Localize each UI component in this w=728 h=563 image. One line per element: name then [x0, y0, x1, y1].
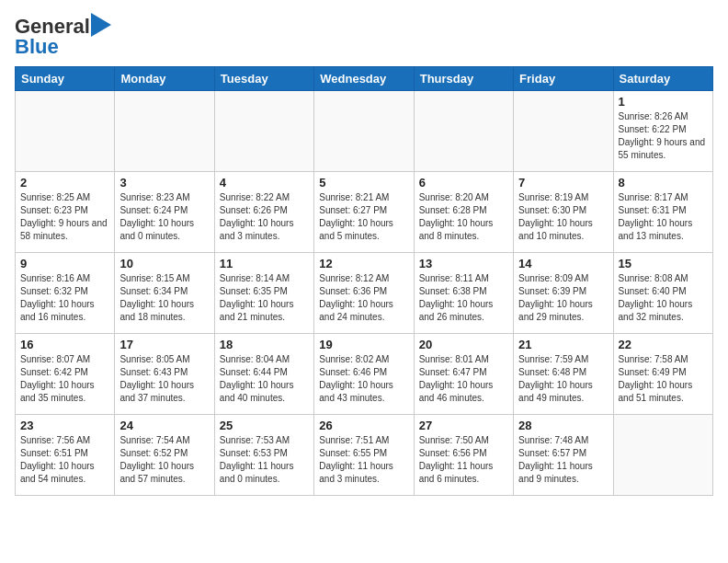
- calendar-cell: 7Sunrise: 8:19 AM Sunset: 6:30 PM Daylig…: [514, 172, 613, 253]
- day-header-saturday: Saturday: [613, 67, 712, 91]
- calendar-cell: 27Sunrise: 7:50 AM Sunset: 6:56 PM Dayli…: [414, 415, 513, 496]
- day-info: Sunrise: 8:04 AM Sunset: 6:44 PM Dayligh…: [220, 353, 309, 405]
- day-number: 11: [220, 257, 309, 270]
- calendar-cell: 14Sunrise: 8:09 AM Sunset: 6:39 PM Dayli…: [514, 253, 613, 334]
- day-header-thursday: Thursday: [414, 67, 513, 91]
- day-info: Sunrise: 8:07 AM Sunset: 6:42 PM Dayligh…: [20, 353, 109, 405]
- day-info: Sunrise: 7:54 AM Sunset: 6:52 PM Dayligh…: [119, 434, 209, 486]
- calendar-cell: 6Sunrise: 8:20 AM Sunset: 6:28 PM Daylig…: [414, 172, 513, 253]
- calendar-cell: [115, 91, 214, 172]
- day-header-monday: Monday: [115, 67, 214, 91]
- day-info: Sunrise: 7:50 AM Sunset: 6:56 PM Dayligh…: [419, 434, 508, 486]
- day-info: Sunrise: 8:23 AM Sunset: 6:24 PM Dayligh…: [119, 191, 209, 243]
- calendar-cell: 21Sunrise: 7:59 AM Sunset: 6:48 PM Dayli…: [514, 334, 613, 415]
- week-row-3: 9Sunrise: 8:16 AM Sunset: 6:32 PM Daylig…: [16, 253, 713, 334]
- day-info: Sunrise: 7:59 AM Sunset: 6:48 PM Dayligh…: [518, 353, 608, 405]
- calendar-cell: 23Sunrise: 7:56 AM Sunset: 6:51 PM Dayli…: [16, 415, 115, 496]
- day-number: 27: [419, 419, 508, 432]
- calendar: SundayMondayTuesdayWednesdayThursdayFrid…: [15, 66, 713, 496]
- day-info: Sunrise: 8:09 AM Sunset: 6:39 PM Dayligh…: [518, 272, 608, 324]
- day-number: 20: [419, 338, 508, 351]
- calendar-cell: 18Sunrise: 8:04 AM Sunset: 6:44 PM Dayli…: [214, 334, 313, 415]
- calendar-cell: 25Sunrise: 7:53 AM Sunset: 6:53 PM Dayli…: [214, 415, 313, 496]
- calendar-cell: 4Sunrise: 8:22 AM Sunset: 6:26 PM Daylig…: [214, 172, 313, 253]
- day-number: 16: [20, 338, 109, 351]
- calendar-cell: 1Sunrise: 8:26 AM Sunset: 6:22 PM Daylig…: [613, 91, 712, 172]
- calendar-cell: 3Sunrise: 8:23 AM Sunset: 6:24 PM Daylig…: [115, 172, 214, 253]
- day-info: Sunrise: 8:19 AM Sunset: 6:30 PM Dayligh…: [518, 191, 608, 243]
- day-info: Sunrise: 8:20 AM Sunset: 6:28 PM Dayligh…: [419, 191, 508, 243]
- calendar-cell: [314, 91, 414, 172]
- logo: General Blue: [15, 15, 111, 59]
- calendar-cell: [214, 91, 313, 172]
- day-header-wednesday: Wednesday: [314, 67, 414, 91]
- day-info: Sunrise: 7:51 AM Sunset: 6:55 PM Dayligh…: [319, 434, 408, 486]
- calendar-cell: 28Sunrise: 7:48 AM Sunset: 6:57 PM Dayli…: [514, 415, 613, 496]
- calendar-cell: 13Sunrise: 8:11 AM Sunset: 6:38 PM Dayli…: [414, 253, 513, 334]
- page-header: General Blue: [15, 15, 713, 59]
- day-number: 6: [419, 176, 508, 190]
- week-row-1: 1Sunrise: 8:26 AM Sunset: 6:22 PM Daylig…: [16, 91, 713, 172]
- calendar-cell: 5Sunrise: 8:21 AM Sunset: 6:27 PM Daylig…: [314, 172, 414, 253]
- day-info: Sunrise: 8:25 AM Sunset: 6:23 PM Dayligh…: [20, 191, 109, 243]
- day-info: Sunrise: 8:21 AM Sunset: 6:27 PM Dayligh…: [319, 191, 408, 243]
- day-number: 13: [419, 257, 508, 270]
- calendar-cell: 11Sunrise: 8:14 AM Sunset: 6:35 PM Dayli…: [214, 253, 313, 334]
- day-number: 12: [319, 257, 408, 270]
- day-info: Sunrise: 8:22 AM Sunset: 6:26 PM Dayligh…: [220, 191, 309, 243]
- day-info: Sunrise: 8:08 AM Sunset: 6:40 PM Dayligh…: [619, 272, 708, 324]
- day-number: 1: [619, 95, 708, 109]
- day-number: 9: [20, 257, 109, 270]
- day-number: 22: [619, 338, 708, 351]
- day-number: 17: [119, 338, 209, 351]
- day-number: 5: [319, 176, 408, 190]
- calendar-cell: 12Sunrise: 8:12 AM Sunset: 6:36 PM Dayli…: [314, 253, 414, 334]
- day-number: 28: [518, 419, 608, 432]
- day-number: 25: [220, 419, 309, 432]
- day-info: Sunrise: 7:58 AM Sunset: 6:49 PM Dayligh…: [619, 353, 708, 405]
- calendar-cell: 10Sunrise: 8:15 AM Sunset: 6:34 PM Dayli…: [115, 253, 214, 334]
- logo-icon: [91, 13, 111, 37]
- calendar-cell: 19Sunrise: 8:02 AM Sunset: 6:46 PM Dayli…: [314, 334, 414, 415]
- calendar-cell: 8Sunrise: 8:17 AM Sunset: 6:31 PM Daylig…: [613, 172, 712, 253]
- calendar-cell: [414, 91, 513, 172]
- day-number: 26: [319, 419, 408, 432]
- calendar-cell: 24Sunrise: 7:54 AM Sunset: 6:52 PM Dayli…: [115, 415, 214, 496]
- day-info: Sunrise: 8:14 AM Sunset: 6:35 PM Dayligh…: [220, 272, 309, 324]
- day-info: Sunrise: 8:11 AM Sunset: 6:38 PM Dayligh…: [419, 272, 508, 324]
- day-header-sunday: Sunday: [16, 67, 115, 91]
- day-number: 8: [619, 176, 708, 190]
- day-info: Sunrise: 8:16 AM Sunset: 6:32 PM Dayligh…: [20, 272, 109, 324]
- calendar-cell: 17Sunrise: 8:05 AM Sunset: 6:43 PM Dayli…: [115, 334, 214, 415]
- day-info: Sunrise: 8:01 AM Sunset: 6:47 PM Dayligh…: [419, 353, 508, 405]
- calendar-cell: 22Sunrise: 7:58 AM Sunset: 6:49 PM Dayli…: [613, 334, 712, 415]
- day-info: Sunrise: 7:56 AM Sunset: 6:51 PM Dayligh…: [20, 434, 109, 486]
- day-number: 23: [20, 419, 109, 432]
- calendar-cell: [514, 91, 613, 172]
- day-info: Sunrise: 7:53 AM Sunset: 6:53 PM Dayligh…: [220, 434, 309, 486]
- day-header-friday: Friday: [514, 67, 613, 91]
- calendar-cell: 16Sunrise: 8:07 AM Sunset: 6:42 PM Dayli…: [16, 334, 115, 415]
- svg-marker-0: [91, 13, 111, 37]
- day-info: Sunrise: 8:15 AM Sunset: 6:34 PM Dayligh…: [119, 272, 209, 324]
- calendar-cell: 26Sunrise: 7:51 AM Sunset: 6:55 PM Dayli…: [314, 415, 414, 496]
- day-info: Sunrise: 8:02 AM Sunset: 6:46 PM Dayligh…: [319, 353, 408, 405]
- calendar-cell: 20Sunrise: 8:01 AM Sunset: 6:47 PM Dayli…: [414, 334, 513, 415]
- day-number: 7: [518, 176, 608, 190]
- day-number: 21: [518, 338, 608, 351]
- calendar-cell: 15Sunrise: 8:08 AM Sunset: 6:40 PM Dayli…: [613, 253, 712, 334]
- day-info: Sunrise: 8:12 AM Sunset: 6:36 PM Dayligh…: [319, 272, 408, 324]
- day-header-tuesday: Tuesday: [214, 67, 313, 91]
- day-number: 3: [119, 176, 209, 190]
- day-number: 24: [119, 419, 209, 432]
- day-number: 14: [518, 257, 608, 270]
- day-number: 15: [619, 257, 708, 270]
- week-row-4: 16Sunrise: 8:07 AM Sunset: 6:42 PM Dayli…: [16, 334, 713, 415]
- calendar-cell: 2Sunrise: 8:25 AM Sunset: 6:23 PM Daylig…: [16, 172, 115, 253]
- calendar-cell: 9Sunrise: 8:16 AM Sunset: 6:32 PM Daylig…: [16, 253, 115, 334]
- day-info: Sunrise: 7:48 AM Sunset: 6:57 PM Dayligh…: [518, 434, 608, 486]
- day-info: Sunrise: 8:17 AM Sunset: 6:31 PM Dayligh…: [619, 191, 708, 243]
- day-info: Sunrise: 8:26 AM Sunset: 6:22 PM Dayligh…: [619, 110, 708, 162]
- day-number: 4: [220, 176, 309, 190]
- calendar-header-row: SundayMondayTuesdayWednesdayThursdayFrid…: [16, 67, 713, 91]
